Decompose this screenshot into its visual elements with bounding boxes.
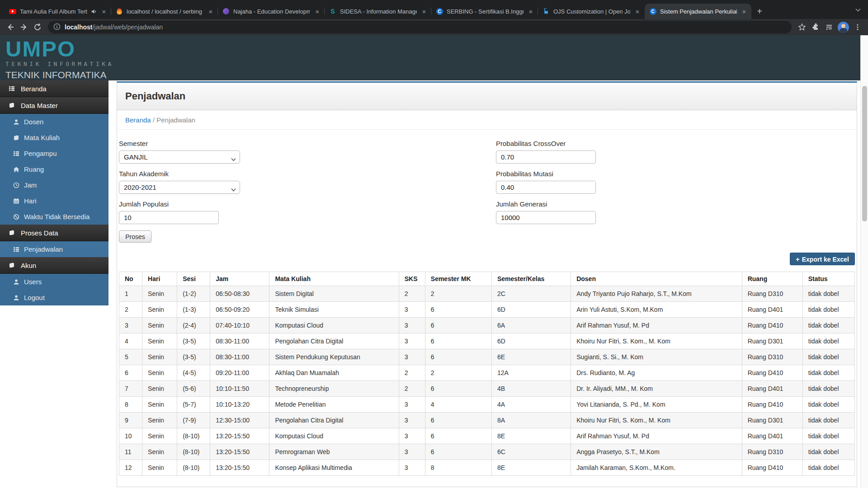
table-cell: 11 bbox=[119, 444, 142, 460]
table-cell: Dr. Ir. Aliyadi, MM., M. Kom bbox=[571, 381, 742, 397]
reload-icon[interactable] bbox=[31, 21, 44, 33]
sidebar-item-mata-kuliah[interactable]: Mata Kuliah bbox=[0, 130, 108, 145]
jumlah-generasi-label: Jumlah Generasi bbox=[496, 200, 855, 208]
sidebar-item-label: Waktu Tidak Bersedia bbox=[24, 213, 90, 221]
reading-list-icon[interactable] bbox=[822, 21, 836, 33]
browser-tab-tami-aulia-full-album-terba[interactable]: Tami Aulia Full Album Terba× bbox=[5, 4, 111, 19]
sidebar-item-akun[interactable]: Akun bbox=[0, 257, 108, 274]
sidebar-item-data-master[interactable]: Data Master bbox=[0, 97, 108, 114]
tab-close-icon[interactable]: × bbox=[207, 8, 214, 15]
browser-tab-localhost-localhost-serbing[interactable]: localhost / localhost / serbing |× bbox=[111, 4, 218, 19]
browser-tab-ojs-customization-open-jou[interactable]: OJS Customization | Open Jou× bbox=[538, 4, 645, 19]
table-cell: tidak dobel bbox=[802, 381, 854, 397]
table-cell: (7-9) bbox=[177, 413, 210, 428]
table-cell: 3 bbox=[399, 333, 425, 349]
page-title: Penjadwalan bbox=[125, 90, 849, 102]
table-cell: 07:40-10:10 bbox=[210, 318, 269, 333]
profile-avatar[interactable] bbox=[838, 22, 849, 33]
tab-close-icon[interactable]: × bbox=[420, 8, 428, 15]
address-bar[interactable]: localhost/jadwal/web/penjadwalan bbox=[48, 21, 792, 33]
book-icon bbox=[8, 230, 15, 236]
page-scrollbar[interactable] bbox=[860, 35, 868, 488]
main-content: Penjadwalan Beranda / Penjadwalan Semest… bbox=[108, 80, 868, 487]
scheduler-form: Semester GANJIL Tahun Akademik bbox=[119, 140, 855, 243]
plus-icon: + bbox=[796, 255, 800, 263]
table-cell: Arif Rahman Yusuf, M. Pd bbox=[571, 428, 742, 444]
table-cell: tidak dobel bbox=[802, 413, 854, 428]
probabilitas-crossover-input[interactable] bbox=[496, 150, 596, 164]
table-cell: 6 bbox=[425, 428, 491, 444]
list-icon bbox=[13, 150, 19, 157]
sidebar-item-beranda[interactable]: Beranda bbox=[0, 80, 108, 97]
sidebar-item-penjadwalan[interactable]: Penjadwalan bbox=[0, 241, 108, 257]
breadcrumb-home-link[interactable]: Beranda bbox=[125, 116, 151, 124]
tab-strip-chevron-down-icon[interactable] bbox=[855, 5, 861, 14]
column-header-hari: Hari bbox=[142, 272, 177, 286]
probabilitas-mutasi-input[interactable] bbox=[496, 181, 596, 194]
browser-tab-najaha-education-developme[interactable]: Najaha - Education Developme× bbox=[218, 4, 325, 19]
table-cell: 6 bbox=[425, 413, 491, 428]
tahun-akademik-select[interactable]: 2020-2021 bbox=[119, 181, 240, 194]
tab-close-icon[interactable]: × bbox=[100, 8, 108, 15]
table-row: 2Senin(1-3)06:50-09:20Teknik Simulasi366… bbox=[119, 302, 855, 318]
tab-close-icon[interactable]: × bbox=[741, 8, 748, 15]
table-cell: 6A bbox=[491, 318, 571, 333]
sidebar-item-label: Mata Kuliah bbox=[24, 134, 60, 141]
url-host: localhost bbox=[65, 23, 92, 31]
list-icon bbox=[8, 85, 15, 92]
browser-tab-serbing-sertifikasi-b-inggris[interactable]: CSERBING - Sertifikasi B.Inggris× bbox=[431, 4, 538, 19]
site-info-icon[interactable] bbox=[53, 23, 61, 32]
new-tab-button[interactable]: + bbox=[753, 5, 766, 18]
table-row: 7Senin(5-6)10:10-11:50Technopreneurship2… bbox=[119, 381, 855, 397]
sidebar-item-jam[interactable]: Jam bbox=[0, 177, 108, 193]
tab-audio-icon[interactable] bbox=[91, 9, 97, 14]
jumlah-generasi-input[interactable] bbox=[496, 211, 596, 224]
back-icon[interactable] bbox=[4, 21, 17, 33]
sidebar-item-dosen[interactable]: Dosen bbox=[0, 114, 108, 130]
scrollbar-thumb[interactable] bbox=[862, 86, 867, 221]
table-cell: Arif Rahman Yusuf, M. Pd bbox=[571, 318, 742, 333]
navbar-brand[interactable]: TEKNIK INFORMATIKA bbox=[5, 70, 868, 80]
table-header-row: NoHariSesiJamMata KuliahSKSSemester MKSe… bbox=[119, 272, 855, 286]
table-row: 11Senin(8-10)13:20-15:50Pemrograman Web3… bbox=[119, 444, 855, 460]
browser-menu-dots-icon[interactable] bbox=[851, 21, 864, 33]
table-cell: 3 bbox=[399, 428, 425, 444]
tab-close-icon[interactable]: × bbox=[527, 8, 534, 15]
browser-tab-sistem-penjadwalan-perkuliaha[interactable]: CSistem Penjadwalan Perkuliaha× bbox=[645, 4, 751, 19]
table-cell: Senin bbox=[142, 413, 177, 428]
export-excel-button[interactable]: +Export ke Excel bbox=[790, 253, 855, 265]
sidebar-item-proses-data[interactable]: Proses Data bbox=[0, 225, 108, 241]
column-header-jam: Jam bbox=[210, 272, 269, 286]
sidebar-item-waktu-tidak-bersedia[interactable]: Waktu Tidak Bersedia bbox=[0, 209, 108, 225]
sidebar-item-pengampu[interactable]: Pengampu bbox=[0, 145, 108, 161]
proses-button[interactable]: Proses bbox=[119, 230, 151, 243]
table-row: 1Senin(1-2)06:50-08:30Sistem Digital222C… bbox=[119, 286, 855, 302]
sidebar-item-ruang[interactable]: Ruang bbox=[0, 161, 108, 177]
tab-close-icon[interactable]: × bbox=[314, 8, 321, 15]
table-cell: 3 bbox=[119, 318, 142, 333]
sidebar-item-logout[interactable]: Logout bbox=[0, 290, 108, 305]
sidebar-item-users[interactable]: Users bbox=[0, 274, 108, 290]
sidebar-item-hari[interactable]: Hari bbox=[0, 193, 108, 209]
table-cell: 6C bbox=[491, 444, 571, 460]
ban-icon bbox=[13, 214, 19, 220]
table-cell: Ruang D310 bbox=[742, 349, 802, 365]
bookmark-star-icon[interactable] bbox=[795, 21, 809, 33]
tab-close-icon[interactable]: × bbox=[634, 8, 641, 15]
table-cell: Senin bbox=[142, 444, 177, 460]
table-cell: 1 bbox=[119, 286, 142, 302]
table-cell: 4 bbox=[119, 333, 142, 349]
book-icon bbox=[13, 135, 19, 141]
extensions-puzzle-icon[interactable] bbox=[809, 21, 822, 33]
jumlah-populasi-input[interactable] bbox=[119, 211, 219, 224]
table-cell: 3 bbox=[399, 444, 425, 460]
browser-tab-sidesa-information-managem[interactable]: SSIDESA - Information Managem× bbox=[325, 4, 431, 19]
table-cell: 8 bbox=[119, 397, 142, 413]
table-cell: Yovi Litanianda, S. Pd., M. Kom bbox=[571, 397, 742, 413]
youtube-favicon bbox=[9, 8, 16, 15]
semester-select[interactable]: GANJIL bbox=[119, 150, 240, 164]
table-cell: 2 bbox=[399, 286, 425, 302]
sidebar-item-label: Penjadwalan bbox=[24, 245, 63, 253]
table-row: 12Senin(8-10)13:20-15:50Konsep Aplikasi … bbox=[119, 460, 855, 476]
forward-icon[interactable] bbox=[17, 21, 31, 33]
